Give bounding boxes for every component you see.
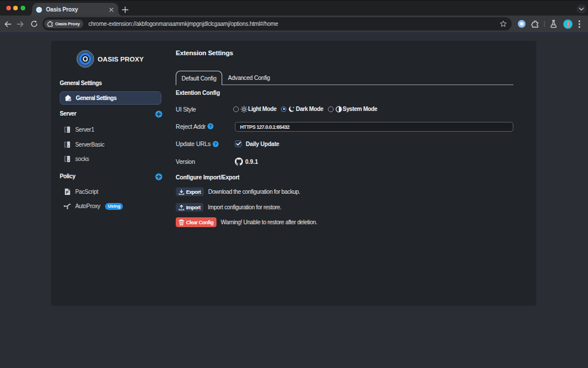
radio-circle[interactable] [328,106,334,112]
trash-icon [179,219,184,225]
sidebar-item-label: AutoProxy [75,203,100,209]
tab-strip: Oasis Proxy [0,0,588,16]
help-icon[interactable]: ? [212,141,219,147]
forward-button[interactable] [15,18,26,29]
reload-icon [30,20,38,28]
server-icon [64,126,71,133]
action-row-export: Export Download the configuration for ba… [176,187,513,196]
radio-option-label: System Mode [343,106,377,112]
sidebar-item-label: ServerBasic [75,141,105,148]
import-button[interactable]: Import [176,203,203,212]
browser-menu-button[interactable] [578,18,581,30]
extensions-menu-button[interactable] [531,18,539,30]
field-label-text: Update URLs [176,140,211,147]
checkbox-box[interactable] [235,140,242,147]
radio-option-system-mode[interactable]: System Mode [328,106,377,113]
check-icon [236,141,241,146]
sidebar-item-pacscript[interactable]: P PacScript [60,185,161,198]
sidebar-item-label: PacScript [75,189,98,195]
back-button[interactable] [2,18,13,29]
daily-update-checkbox[interactable]: Daily Update [235,140,279,147]
experiments-flask-icon[interactable] [550,18,558,30]
profile-avatar[interactable] [563,18,572,30]
export-button[interactable]: Export [176,187,204,196]
sidebar-item-label: socks [75,156,89,162]
input-wrapper [235,121,513,132]
new-tab-button[interactable] [119,4,131,16]
oasis-extension-icon [517,20,526,28]
sidebar-item-label: General Settings [76,95,117,101]
flask-icon [550,20,558,28]
browser-tab[interactable]: Oasis Proxy [32,3,118,16]
field-label: Version [176,158,233,165]
extension-chip[interactable]: Oasis Proxy [44,20,83,28]
half-circle-icon [335,106,342,113]
tab-default-config[interactable]: Default Config [176,71,222,85]
home-gear-icon [64,94,72,102]
button-label: Export [186,189,201,195]
button-label: Clear Config [186,220,214,225]
github-icon[interactable] [235,158,243,166]
radio-option-light-mode[interactable]: Light Mode [233,106,276,113]
sidebar-group-label-general: General Settings [60,80,102,87]
tab-search-button[interactable] [577,5,586,13]
pac-file-icon: P [64,188,71,195]
bookmark-star-icon[interactable] [500,20,507,28]
add-policy-button[interactable] [155,173,163,181]
sidebar-group-label-server: Server [60,110,76,117]
download-icon [179,189,184,195]
macos-close-button[interactable] [6,6,11,10]
plus-circle-icon [155,110,163,118]
button-label: Import [186,205,200,210]
svg-text:?: ? [209,124,212,129]
radio-option-dark-mode[interactable]: Dark Mode [281,106,323,113]
sidebar-group-label-policy: Policy [60,173,75,180]
macos-zoom-button[interactable] [21,6,25,10]
macos-minimize-button[interactable] [13,6,18,10]
server-icon [64,155,71,163]
radio-option-label: Light Mode [248,106,276,112]
tab-advanced-config[interactable]: Advanced Config [222,71,276,85]
svg-text:?: ? [214,141,217,147]
section-import-export: Configure Import/Export [176,174,239,181]
sidebar-item-autoproxy[interactable]: AutoProxy Using [60,200,161,213]
add-server-button[interactable] [155,110,163,118]
checkbox-label: Daily Update [246,141,279,147]
app-logo-icon: O [76,50,94,68]
moon-icon [288,106,295,113]
tab-label: Default Config [181,75,216,82]
server-icon [64,141,71,148]
field-row-update-urls: Update URLs ? Daily Update [176,139,513,149]
reload-button[interactable] [29,18,40,29]
divider-line [544,21,545,27]
address-bar[interactable]: Oasis Proxy chrome-extension://akbfogonm… [42,17,512,30]
tab-close-icon[interactable] [107,6,115,14]
sidebar-item-server1[interactable]: Server1 [60,123,161,136]
reject-addr-input[interactable] [235,122,513,132]
back-arrow-icon [4,21,11,27]
browser-toolbar: Oasis Proxy chrome-extension://akbfogonm… [0,16,588,32]
page-viewport: O OASIS PROXY General Settings Ge [0,32,588,368]
tab-title: Oasis Proxy [46,6,107,13]
section-extension-config: Extention Config [176,90,220,97]
main-content: Extension Settings Default Config Advanc… [176,41,513,306]
browser-window: Oasis Proxy Oasis Proxy chrome-e [0,0,588,368]
pinned-extension-button[interactable] [517,18,526,30]
sidebar-item-socks[interactable]: socks [60,152,161,166]
svg-text:O: O [83,55,88,63]
version-value: 0.9.1 [245,159,258,165]
toolbar-divider [544,18,545,30]
clear-config-button[interactable]: Clear Config [176,217,216,227]
kebab-menu-icon [578,20,581,28]
close-x-icon [109,7,114,12]
help-icon[interactable]: ? [207,123,214,129]
field-row-ui-style: UI Style Light Mode Dark Mode [176,104,513,114]
sidebar-item-label: Server1 [75,126,94,133]
sidebar-item-general-settings[interactable]: General Settings [60,91,161,105]
radio-circle-selected[interactable] [281,106,287,112]
puzzle-icon [531,20,539,28]
sidebar-item-serverbasic[interactable]: ServerBasic [60,138,161,151]
radio-circle[interactable] [233,106,239,112]
plus-circle-icon [155,173,163,181]
github-mark-icon [235,158,243,166]
